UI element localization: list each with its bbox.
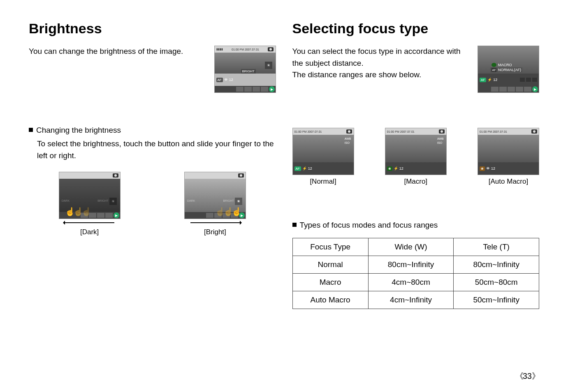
icon [526, 78, 531, 82]
timestamp: 01:00 PM 2007.07.01 [232, 48, 259, 51]
bright-caption: [Bright] [204, 228, 226, 236]
af-badge: AF [480, 78, 486, 82]
bullet-icon [292, 223, 297, 227]
arrow-left-icon [65, 222, 114, 223]
normal-caption: [Normal] [310, 178, 336, 186]
automacro-badge: ❀ [480, 166, 485, 171]
bright-slider-label: BRIGHT [241, 69, 256, 74]
menu-normal: NORMAL(AF) [498, 68, 521, 72]
flash-icon: ⚡ [302, 166, 307, 171]
icon [520, 78, 525, 82]
flower-icon [491, 63, 496, 67]
icon [532, 78, 537, 82]
brightness-heading: Brightness [29, 21, 276, 37]
frame-count: 12 [229, 78, 233, 82]
table-row: Normal 80cm~Infinity 80cm~Infinity [292, 256, 539, 274]
camera-icon [531, 129, 537, 134]
bright-screenshot: DARK BRIGHT ☀ ▶ [184, 172, 246, 219]
arrow-right-icon [190, 222, 240, 223]
page-number: 《33》 [515, 371, 539, 382]
af-badge: AF [294, 166, 301, 171]
thumb [244, 87, 252, 92]
focus-table-heading: Types of focus modes and focus ranges [292, 221, 540, 230]
eye-icon: 👁 [486, 166, 490, 171]
th-tele: Tele (T) [454, 238, 539, 256]
camera-icon [346, 129, 352, 134]
frame-count: 12 [399, 166, 403, 171]
play-icon: ▶ [269, 86, 275, 92]
dark-label: DARK [62, 199, 70, 202]
menu-macro: MACRO [498, 63, 512, 67]
awb-label: AWB [437, 137, 444, 140]
icon-eye: 👁 [224, 78, 228, 82]
frame-count: 12 [493, 78, 497, 82]
iso-label: ISO [345, 141, 351, 144]
changing-brightness-text: To select the brightness, touch the butt… [37, 138, 276, 161]
automacro-caption: [Auto Macro] [489, 178, 528, 186]
af-icon: AF [491, 68, 496, 72]
bullet-icon [29, 128, 33, 132]
slider-handle-icon: ☀ [109, 198, 117, 205]
th-focus-type: Focus Type [292, 238, 368, 256]
iso-label: ISO [437, 141, 444, 144]
dark-caption: [Dark] [80, 228, 99, 236]
focus-intro-2: The distance ranges are show below. [292, 69, 470, 81]
focus-main-screenshot: MACRO AFNORMAL(AF) AF ⚡ 12 ▶ [478, 46, 539, 93]
table-row: Macro 4cm~80cm 50cm~80cm [292, 274, 539, 291]
thumb [236, 87, 243, 92]
table-row: Focus Type Wide (W) Tele (T) [292, 238, 539, 256]
automacro-screenshot: 01:00 PM 2007.07.01 ❀ 👁 12 [478, 128, 539, 175]
focus-range-table: Focus Type Wide (W) Tele (T) Normal 80cm… [292, 238, 540, 309]
focus-heading: Selecting focus type [292, 21, 540, 37]
flash-icon: ⚡ [487, 78, 492, 82]
play-icon: ▶ [239, 212, 245, 218]
camera-icon [439, 129, 445, 134]
thumb [261, 87, 268, 92]
focus-intro-1: You can select the focus type in accorda… [292, 46, 470, 69]
timestamp: 01:00 PM 2007.07.01 [294, 130, 322, 133]
macro-screenshot: 01:00 PM 2007.07.01 AWB ISO ❀ ⚡ 12 [385, 128, 447, 175]
timestamp: 01:00 PM 2007.07.01 [387, 130, 415, 133]
bright-label: BRIGHT [97, 199, 108, 202]
th-wide: Wide (W) [368, 238, 454, 256]
changing-brightness-subhead: Changing the brightness [29, 126, 276, 135]
dark-label: DARK [187, 199, 195, 202]
camera-icon [113, 173, 118, 178]
camera-icon [268, 47, 274, 51]
bright-label: BRIGHT [223, 199, 234, 202]
macro-badge: ❀ [387, 166, 392, 171]
camera-icon [238, 173, 244, 178]
thumb [253, 87, 260, 92]
battery-icon: ▮▮▮▮ [216, 48, 223, 51]
slider-handle-icon: ☀ [235, 198, 242, 205]
dark-screenshot: DARK BRIGHT ☀ ▶ [59, 172, 121, 219]
af-badge: AF [216, 78, 223, 82]
focus-menu: MACRO AFNORMAL(AF) [490, 62, 522, 72]
play-icon: ▶ [532, 86, 538, 92]
play-icon: ▶ [114, 212, 119, 218]
normal-screenshot: 01:00 PM 2007.07.01 AWB ISO AF ⚡ 12 [292, 128, 354, 175]
brightness-main-screenshot: ▮▮▮▮ 01:00 PM 2007.07.01 BRIGHT ☀ ☟ AF 👁… [214, 46, 276, 93]
flash-icon: ⚡ [394, 166, 398, 171]
awb-label: AWB [345, 137, 351, 140]
table-row: Auto Macro 4cm~Infinity 50cm~Infinity [292, 291, 539, 309]
frame-count: 12 [308, 166, 312, 171]
timestamp: 01:00 PM 2007.07.01 [480, 130, 507, 133]
brightness-intro: You can change the brightness of the ima… [29, 46, 206, 58]
frame-count: 12 [491, 166, 495, 171]
slider-handle-icon: ☀ [265, 62, 272, 69]
macro-caption: [Macro] [404, 178, 427, 186]
